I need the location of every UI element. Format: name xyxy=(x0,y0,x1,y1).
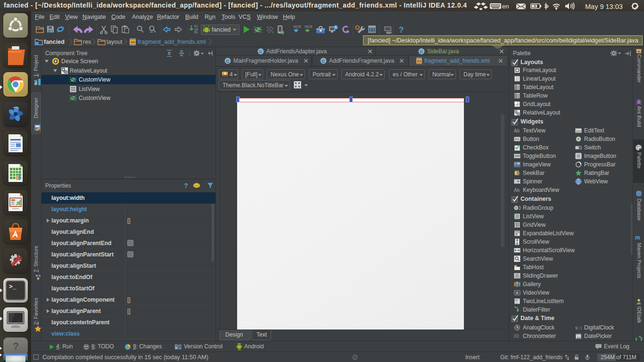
svg-text:VCS: VCS xyxy=(293,25,301,29)
svg-text:C: C xyxy=(259,49,262,54)
svg-text:<>: <> xyxy=(131,40,135,44)
svg-text:01: 01 xyxy=(194,31,198,34)
svg-text:res: res xyxy=(83,39,91,45)
svg-text:C: C xyxy=(322,58,325,64)
svg-text:VCS: VCS xyxy=(305,25,312,29)
svg-text:?: ? xyxy=(184,182,188,189)
svg-text:layout: layout xyxy=(107,39,123,45)
svg-text:C: C xyxy=(226,58,229,64)
svg-text:May 9 13:03: May 9 13:03 xyxy=(585,3,623,10)
svg-text:C: C xyxy=(420,49,423,54)
svg-text:fancied: fancied xyxy=(44,39,65,45)
svg-text:201: 201 xyxy=(577,336,581,338)
svg-text:Ab: Ab xyxy=(514,188,520,193)
svg-text:fancied: fancied xyxy=(212,26,231,33)
svg-text:<>: <> xyxy=(417,59,421,63)
svg-text:en: en xyxy=(502,3,509,10)
svg-text:<>: <> xyxy=(387,32,390,35)
svg-text:fragment_add_friends.xml: fragment_add_friends.xml xyxy=(138,39,206,45)
svg-text:Edit: Edit xyxy=(576,130,581,132)
svg-text:?: ? xyxy=(399,25,404,34)
svg-text:9:3: 9:3 xyxy=(575,326,582,331)
